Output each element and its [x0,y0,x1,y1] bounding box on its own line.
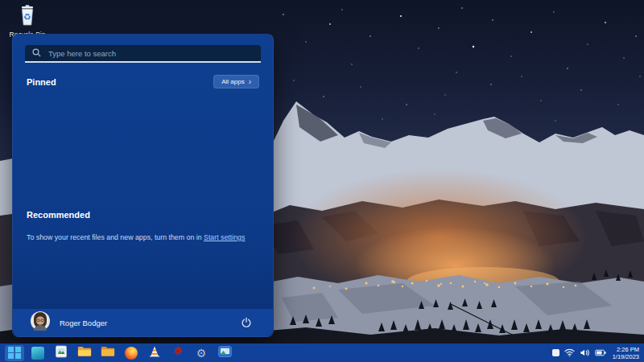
search-icon [32,46,41,60]
tray-app-square-icon[interactable] [552,349,559,356]
taskbar-app-icons: ⚙ [5,343,234,362]
taskbar: ⚙ [0,343,644,362]
user-name: Roger Bodger [60,319,107,327]
wifi-icon[interactable] [564,348,575,357]
start-menu-footer: Roger Bodger [13,309,273,336]
recommended-section: Recommended To show your recent files an… [27,210,259,241]
taskbar-teal-window-app[interactable] [28,345,47,361]
pinned-title: Pinned [27,77,56,87]
taskbar-folder[interactable] [98,345,118,361]
taskbar-file-explorer[interactable] [75,345,94,361]
volume-icon[interactable] [580,348,590,357]
taskbar-image-viewer-app[interactable] [52,345,71,361]
red-app-icon [171,345,184,361]
power-button[interactable] [237,314,255,331]
system-tray: 2:26 PM 1/19/2023 [552,343,642,362]
folder-icon [101,345,115,360]
clock-date: 1/19/2023 [613,353,639,360]
windows-logo-icon [8,347,21,360]
search-input[interactable] [47,48,261,59]
file-explorer-folder-icon [77,345,92,360]
taskbar-vlc[interactable] [145,345,164,361]
all-apps-label: All apps [221,78,244,85]
desktop-screen: ♻ Recycle Bin Pinned All apps › Recommen… [0,0,644,362]
taskbar-firefox[interactable] [122,345,141,361]
taskbar-blue-monitor-app[interactable] [215,345,234,361]
image-viewer-icon [55,345,68,361]
vlc-cone-icon [148,345,161,361]
taskbar-clock[interactable]: 2:26 PM 1/19/2023 [613,346,639,360]
all-apps-button[interactable]: All apps › [213,75,259,88]
taskbar-settings[interactable]: ⚙ [192,345,211,361]
teal-window-icon [31,347,44,360]
start-settings-link[interactable]: Start settings [204,233,245,241]
settings-gear-icon: ⚙ [196,348,207,359]
user-avatar[interactable] [31,311,50,334]
start-search-box[interactable] [25,45,261,63]
blue-monitor-icon [218,346,232,360]
recommended-text-prefix: To show your recent files and new apps, … [27,233,204,241]
pinned-header-row: Pinned All apps › [27,75,259,88]
recommended-empty-text: To show your recent files and new apps, … [27,233,259,241]
firefox-icon [125,347,138,360]
taskbar-red-app[interactable] [168,345,188,361]
clock-time: 2:26 PM [613,346,639,353]
start-button[interactable] [5,345,24,361]
battery-icon[interactable] [595,349,606,356]
recycle-glyph: ♻ [23,12,31,22]
chevron-right-icon: › [249,80,251,84]
start-menu-panel: Pinned All apps › Recommended To show yo… [12,34,274,337]
recommended-title: Recommended [27,210,259,220]
recycle-bin-icon: ♻ [17,4,38,30]
